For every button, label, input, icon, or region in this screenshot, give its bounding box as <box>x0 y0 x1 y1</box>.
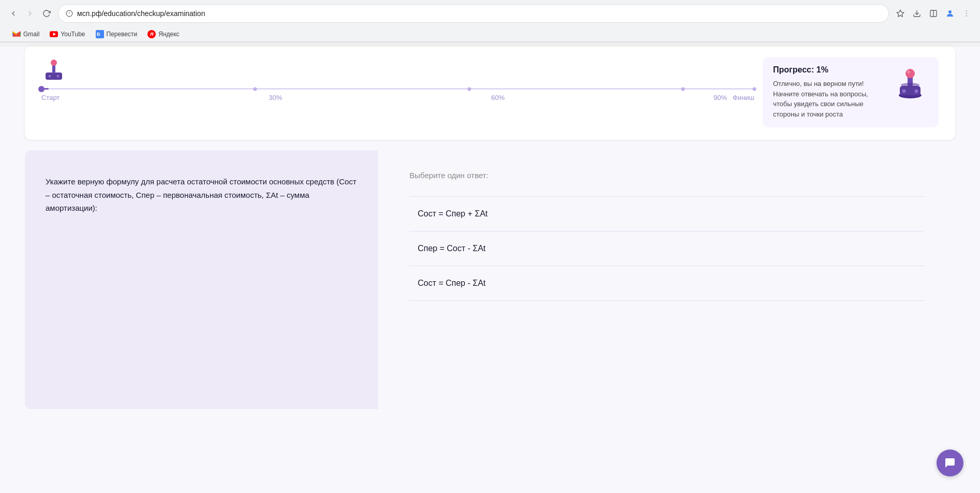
bookmark-youtube[interactable]: YouTube <box>46 29 89 39</box>
answer-option-3[interactable]: Сост = Спер - ΣAt <box>409 266 924 301</box>
nav-buttons <box>6 6 54 21</box>
bookmark-yandex[interactable]: Я Яндекс <box>143 29 183 39</box>
site-info-icon[interactable] <box>66 10 73 17</box>
translate-icon: Б <box>96 30 104 38</box>
address-bar[interactable]: мсп.рф/education/checkup/examination <box>58 4 889 23</box>
svg-marker-1 <box>897 10 903 17</box>
answer-options: Сост = Спер + ΣAt Спер = Сост - ΣAt Сост… <box>409 196 924 301</box>
svg-point-6 <box>966 11 967 12</box>
progress-labels: Старт 30% 60% 90% Финиш <box>41 94 754 102</box>
svg-text:Я: Я <box>150 32 154 37</box>
svg-text:Б: Б <box>97 32 100 37</box>
character-top-icon <box>41 57 66 82</box>
question-text: Укажите верную формулу для расчета остат… <box>46 175 358 215</box>
progress-track <box>41 88 754 90</box>
svg-point-24 <box>905 69 915 78</box>
svg-point-26 <box>902 90 906 93</box>
yandex-icon: Я <box>147 30 156 38</box>
label-start: Старт <box>41 94 60 102</box>
label-30: 30% <box>269 94 282 102</box>
svg-point-8 <box>966 16 967 17</box>
progress-text: Прогресс: 1% Отлично, вы на верном пути!… <box>773 65 884 119</box>
progress-title: Прогресс: 1% <box>773 65 884 75</box>
answer-option-1[interactable]: Сост = Спер + ΣAt <box>409 196 924 231</box>
question-right-panel: Выберите один ответ: Сост = Спер + ΣAt С… <box>378 150 955 409</box>
dot-90 <box>681 87 685 91</box>
progress-section: Старт 30% 60% 90% Финиш Прогресс: 1% Отл… <box>25 47 955 140</box>
menu-button[interactable] <box>959 6 974 21</box>
progress-bar-container <box>41 88 754 90</box>
url-display: мсп.рф/education/checkup/examination <box>77 9 881 18</box>
label-60: 60% <box>491 94 504 102</box>
question-left-panel: Укажите верную формулу для расчета остат… <box>25 150 378 409</box>
youtube-label: YouTube <box>61 31 85 38</box>
answer-prompt: Выберите один ответ: <box>409 171 924 180</box>
svg-rect-16 <box>46 72 62 80</box>
browser-chrome: мсп.рф/education/checkup/examination <box>0 0 980 42</box>
bookmark-translate[interactable]: Б Перевести <box>92 29 142 39</box>
dot-end <box>753 87 756 91</box>
page-content: Старт 30% 60% 90% Финиш Прогресс: 1% Отл… <box>0 47 980 493</box>
gmail-label: Gmail <box>23 31 39 38</box>
svg-point-18 <box>51 60 57 66</box>
bookmark-gmail[interactable]: Gmail <box>8 29 43 39</box>
character-right-icon <box>892 65 928 102</box>
question-section: Укажите верную формулу для расчета остат… <box>25 150 955 409</box>
yandex-label: Яндекс <box>158 31 179 38</box>
toolbar-icons <box>893 6 974 21</box>
label-90-finish: 90% Финиш <box>714 94 754 102</box>
dot-60 <box>467 87 471 91</box>
gmail-icon <box>12 30 21 38</box>
svg-point-5 <box>948 10 952 13</box>
split-view-button[interactable] <box>926 6 941 21</box>
translate-label: Перевести <box>107 31 138 38</box>
download-button[interactable] <box>910 6 924 21</box>
profile-button[interactable] <box>943 6 957 21</box>
progress-main: Старт 30% 60% 90% Финиш <box>41 57 754 102</box>
dot-30 <box>254 87 257 91</box>
start-dot <box>38 86 44 92</box>
svg-point-25 <box>907 70 910 74</box>
progress-info-card: Прогресс: 1% Отлично, вы на верном пути!… <box>763 57 939 127</box>
svg-point-27 <box>915 90 918 93</box>
svg-point-19 <box>49 75 51 78</box>
chat-button[interactable] <box>937 450 963 476</box>
back-button[interactable] <box>6 6 21 21</box>
bookmarks-bar: Gmail YouTube Б Перевести <box>0 27 980 42</box>
bookmark-button[interactable] <box>893 6 908 21</box>
forward-button[interactable] <box>23 6 37 21</box>
youtube-icon <box>50 30 58 38</box>
svg-point-20 <box>57 75 60 78</box>
svg-point-28 <box>901 83 919 87</box>
svg-point-7 <box>966 13 967 14</box>
reload-button[interactable] <box>39 6 54 21</box>
browser-toolbar: мсп.рф/education/checkup/examination <box>0 0 980 27</box>
answer-option-2[interactable]: Спер = Сост - ΣAt <box>409 231 924 266</box>
progress-description: Отлично, вы на верном пути! Начните отве… <box>773 79 884 119</box>
